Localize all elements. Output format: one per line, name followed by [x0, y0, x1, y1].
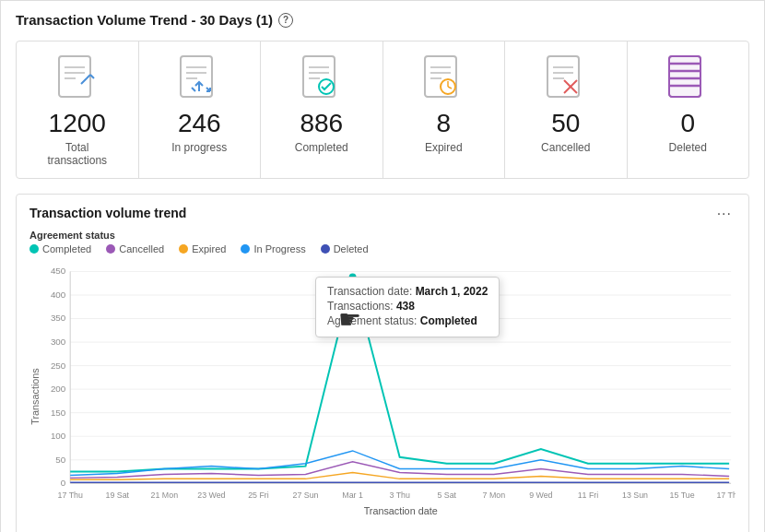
- svg-rect-31: [669, 56, 700, 97]
- svg-text:19 Sat: 19 Sat: [105, 491, 129, 500]
- expired-icon: [419, 54, 467, 102]
- svg-text:17 Thu: 17 Thu: [716, 491, 736, 500]
- legend-expired-dot: [179, 244, 188, 254]
- inprogress-icon: [175, 54, 223, 102]
- total-label: Totaltransactions: [47, 141, 107, 167]
- title-text: Transaction Volume Trend - 30 Days (1): [16, 12, 273, 28]
- legend-completed-label: Completed: [42, 243, 91, 254]
- stat-card-cancelled: 50 Cancelled: [505, 41, 628, 178]
- expired-label: Expired: [425, 141, 463, 154]
- inprogress-number: 246: [178, 110, 221, 138]
- cancelled-number: 50: [551, 110, 580, 138]
- completed-label: Completed: [295, 141, 348, 154]
- svg-text:15 Tue: 15 Tue: [670, 491, 695, 500]
- completed-line: [70, 277, 729, 471]
- legend-deleted-label: Deleted: [334, 243, 369, 254]
- chart-menu-button[interactable]: ···: [713, 206, 736, 222]
- legend-expired-label: Expired: [192, 243, 226, 254]
- stat-card-deleted: 0 Deleted: [628, 41, 749, 178]
- cancelled-label: Cancelled: [541, 141, 590, 154]
- expired-number: 8: [436, 110, 451, 138]
- chart-legend: Completed Cancelled Expired In Progress …: [29, 243, 736, 254]
- svg-text:150: 150: [51, 407, 66, 417]
- total-number: 1200: [49, 110, 106, 138]
- svg-text:300: 300: [51, 337, 66, 347]
- legend-expired: Expired: [179, 243, 226, 254]
- svg-text:400: 400: [51, 290, 66, 300]
- svg-text:7 Mon: 7 Mon: [483, 491, 506, 500]
- svg-rect-8: [303, 56, 335, 97]
- svg-text:9 Wed: 9 Wed: [529, 491, 552, 500]
- svg-text:17 Thu: 17 Thu: [58, 491, 83, 500]
- page-container: Transaction Volume Trend - 30 Days (1) ?…: [0, 0, 765, 532]
- svg-text:3 Thu: 3 Thu: [389, 491, 410, 500]
- svg-text:13 Sun: 13 Sun: [622, 491, 648, 500]
- svg-text:27 Sun: 27 Sun: [293, 491, 319, 500]
- chart-svg: Transactions 450 400 350 300 250 200 150: [29, 260, 736, 532]
- deleted-number: 0: [680, 110, 695, 138]
- svg-text:5 Sat: 5 Sat: [437, 491, 456, 500]
- chart-area: Transactions 450 400 350 300 250 200 150: [29, 260, 736, 532]
- legend-cancelled-dot: [106, 244, 115, 254]
- legend-inprogress-dot: [241, 244, 250, 254]
- legend-inprogress-label: In Progress: [253, 243, 305, 254]
- chart-header: Transaction volume trend ···: [29, 206, 736, 222]
- stat-card-inprogress: 246 In progress: [139, 41, 262, 178]
- svg-text:11 Fri: 11 Fri: [578, 491, 599, 500]
- stat-card-expired: 8 Expired: [383, 41, 506, 178]
- stat-cards-container: 1200 Totaltransactions 246 In progress: [16, 41, 749, 179]
- svg-rect-13: [425, 56, 456, 97]
- stat-card-completed: 886 Completed: [261, 41, 383, 178]
- legend-inprogress: In Progress: [241, 243, 305, 254]
- svg-text:23 Wed: 23 Wed: [197, 491, 225, 500]
- svg-text:100: 100: [51, 431, 66, 441]
- svg-text:Transaction date: Transaction date: [364, 504, 438, 515]
- total-icon: [53, 54, 101, 102]
- deleted-label: Deleted: [669, 141, 707, 154]
- cancelled-icon: [542, 54, 590, 102]
- svg-text:21 Mon: 21 Mon: [151, 491, 179, 500]
- legend-cancelled: Cancelled: [106, 243, 164, 254]
- svg-text:50: 50: [55, 454, 65, 464]
- svg-text:250: 250: [51, 360, 66, 370]
- legend-cancelled-label: Cancelled: [119, 243, 164, 254]
- chart-section: Transaction volume trend ··· Agreement s…: [16, 194, 749, 532]
- stat-card-total: 1200 Totaltransactions: [17, 41, 139, 178]
- completed-number: 886: [300, 110, 343, 138]
- chart-title: Transaction volume trend: [29, 206, 186, 220]
- page-title: Transaction Volume Trend - 30 Days (1) ?: [16, 12, 749, 28]
- info-icon[interactable]: ?: [278, 13, 293, 28]
- peak-dot: [349, 273, 357, 280]
- legend-completed-dot: [29, 244, 39, 254]
- legend-title: Agreement status: [29, 230, 736, 241]
- svg-text:25 Fri: 25 Fri: [248, 491, 269, 500]
- legend-deleted-dot: [321, 244, 330, 254]
- svg-text:450: 450: [51, 266, 66, 276]
- svg-text:350: 350: [51, 313, 66, 323]
- svg-text:Mar 1: Mar 1: [342, 491, 363, 500]
- legend-deleted: Deleted: [321, 243, 369, 254]
- svg-text:0: 0: [61, 478, 66, 488]
- svg-line-19: [448, 87, 452, 89]
- inprogress-label: In progress: [171, 141, 227, 154]
- legend-completed: Completed: [29, 243, 91, 254]
- svg-text:200: 200: [51, 384, 66, 394]
- y-axis-label: Transactions: [29, 367, 41, 424]
- svg-rect-0: [59, 56, 90, 97]
- completed-icon: [298, 54, 346, 102]
- deleted-icon: [664, 54, 712, 102]
